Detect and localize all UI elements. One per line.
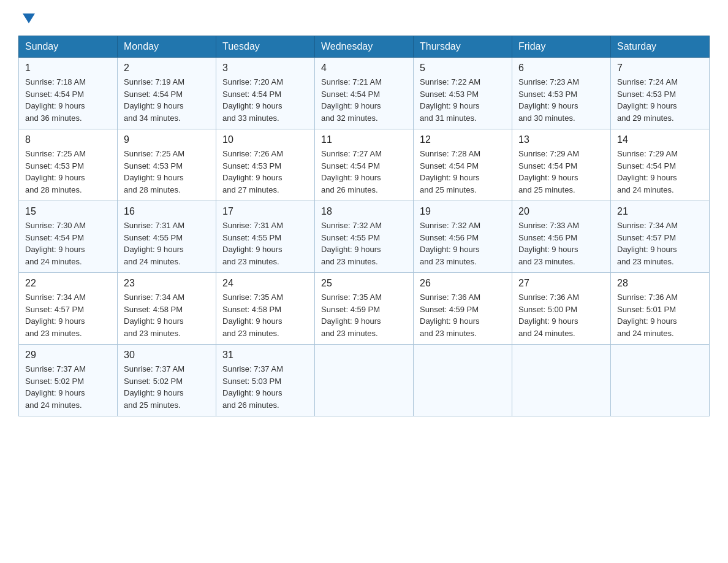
weekday-header-wednesday: Wednesday: [315, 36, 414, 58]
day-number: 2: [124, 63, 210, 74]
day-info: Sunrise: 7:33 AM Sunset: 4:56 PM Dayligh…: [518, 220, 604, 267]
day-info: Sunrise: 7:29 AM Sunset: 4:54 PM Dayligh…: [518, 148, 604, 196]
day-info: Sunrise: 7:28 AM Sunset: 4:54 PM Dayligh…: [420, 148, 506, 196]
calendar-day-cell: 23 Sunrise: 7:34 AM Sunset: 4:58 PM Dayl…: [118, 273, 216, 345]
calendar-day-cell: [315, 345, 414, 416]
day-number: 27: [518, 278, 604, 289]
day-info: Sunrise: 7:37 AM Sunset: 5:02 PM Dayligh…: [25, 363, 111, 411]
day-number: 9: [124, 134, 210, 145]
calendar-day-cell: 5 Sunrise: 7:22 AM Sunset: 4:53 PM Dayli…: [414, 58, 512, 129]
day-info: Sunrise: 7:36 AM Sunset: 5:01 PM Dayligh…: [617, 291, 703, 339]
calendar-day-cell: 27 Sunrise: 7:36 AM Sunset: 5:00 PM Dayl…: [512, 273, 611, 345]
calendar-day-cell: 25 Sunrise: 7:35 AM Sunset: 4:59 PM Dayl…: [315, 273, 414, 345]
day-info: Sunrise: 7:21 AM Sunset: 4:54 PM Dayligh…: [321, 76, 407, 124]
day-info: Sunrise: 7:37 AM Sunset: 5:03 PM Dayligh…: [222, 363, 308, 411]
day-number: 31: [222, 350, 308, 361]
calendar-day-cell: 30 Sunrise: 7:37 AM Sunset: 5:02 PM Dayl…: [118, 345, 216, 416]
day-info: Sunrise: 7:35 AM Sunset: 4:58 PM Dayligh…: [222, 291, 308, 339]
weekday-header-friday: Friday: [512, 36, 611, 58]
calendar-day-cell: 1 Sunrise: 7:18 AM Sunset: 4:54 PM Dayli…: [19, 58, 118, 129]
day-info: Sunrise: 7:34 AM Sunset: 4:57 PM Dayligh…: [25, 291, 111, 339]
calendar-day-cell: 11 Sunrise: 7:27 AM Sunset: 4:54 PM Dayl…: [315, 129, 414, 201]
day-info: Sunrise: 7:31 AM Sunset: 4:55 PM Dayligh…: [222, 220, 308, 267]
calendar-day-cell: 28 Sunrise: 7:36 AM Sunset: 5:01 PM Dayl…: [611, 273, 710, 345]
day-info: Sunrise: 7:36 AM Sunset: 4:59 PM Dayligh…: [420, 291, 506, 339]
calendar-day-cell: [611, 345, 710, 416]
calendar-day-cell: 15 Sunrise: 7:30 AM Sunset: 4:54 PM Dayl…: [19, 201, 118, 273]
day-info: Sunrise: 7:37 AM Sunset: 5:02 PM Dayligh…: [124, 363, 210, 411]
day-info: Sunrise: 7:24 AM Sunset: 4:53 PM Dayligh…: [617, 76, 703, 124]
calendar-day-cell: 17 Sunrise: 7:31 AM Sunset: 4:55 PM Dayl…: [216, 201, 315, 273]
calendar-week-row: 8 Sunrise: 7:25 AM Sunset: 4:53 PM Dayli…: [19, 129, 710, 201]
calendar-day-cell: 2 Sunrise: 7:19 AM Sunset: 4:54 PM Dayli…: [118, 58, 216, 129]
logo: [18, 12, 37, 26]
day-info: Sunrise: 7:26 AM Sunset: 4:53 PM Dayligh…: [222, 148, 308, 196]
day-info: Sunrise: 7:23 AM Sunset: 4:53 PM Dayligh…: [518, 76, 604, 124]
day-number: 15: [25, 206, 111, 217]
calendar-header-row: SundayMondayTuesdayWednesdayThursdayFrid…: [19, 36, 710, 58]
day-info: Sunrise: 7:27 AM Sunset: 4:54 PM Dayligh…: [321, 148, 407, 196]
day-number: 22: [25, 278, 111, 289]
weekday-header-sunday: Sunday: [19, 36, 118, 58]
day-number: 23: [124, 278, 210, 289]
day-number: 28: [617, 278, 703, 289]
calendar-day-cell: 20 Sunrise: 7:33 AM Sunset: 4:56 PM Dayl…: [512, 201, 611, 273]
day-number: 16: [124, 206, 210, 217]
day-number: 24: [222, 278, 308, 289]
calendar-table: SundayMondayTuesdayWednesdayThursdayFrid…: [18, 36, 710, 416]
day-number: 12: [420, 134, 506, 145]
calendar-day-cell: 18 Sunrise: 7:32 AM Sunset: 4:55 PM Dayl…: [315, 201, 414, 273]
day-number: 20: [518, 206, 604, 217]
calendar-day-cell: 8 Sunrise: 7:25 AM Sunset: 4:53 PM Dayli…: [19, 129, 118, 201]
calendar-week-row: 22 Sunrise: 7:34 AM Sunset: 4:57 PM Dayl…: [19, 273, 710, 345]
weekday-header-saturday: Saturday: [611, 36, 710, 58]
logo-arrow-icon: [20, 10, 37, 29]
day-number: 10: [222, 134, 308, 145]
calendar-day-cell: 12 Sunrise: 7:28 AM Sunset: 4:54 PM Dayl…: [414, 129, 512, 201]
calendar-day-cell: 10 Sunrise: 7:26 AM Sunset: 4:53 PM Dayl…: [216, 129, 315, 201]
day-number: 29: [25, 350, 111, 361]
calendar-day-cell: 9 Sunrise: 7:25 AM Sunset: 4:53 PM Dayli…: [118, 129, 216, 201]
svg-marker-0: [23, 13, 35, 23]
day-number: 21: [617, 206, 703, 217]
day-info: Sunrise: 7:35 AM Sunset: 4:59 PM Dayligh…: [321, 291, 407, 339]
day-info: Sunrise: 7:34 AM Sunset: 4:58 PM Dayligh…: [124, 291, 210, 339]
calendar-day-cell: 21 Sunrise: 7:34 AM Sunset: 4:57 PM Dayl…: [611, 201, 710, 273]
calendar-week-row: 29 Sunrise: 7:37 AM Sunset: 5:02 PM Dayl…: [19, 345, 710, 416]
day-number: 18: [321, 206, 407, 217]
weekday-header-monday: Monday: [118, 36, 216, 58]
day-number: 17: [222, 206, 308, 217]
calendar-week-row: 15 Sunrise: 7:30 AM Sunset: 4:54 PM Dayl…: [19, 201, 710, 273]
day-info: Sunrise: 7:19 AM Sunset: 4:54 PM Dayligh…: [124, 76, 210, 124]
calendar-day-cell: 3 Sunrise: 7:20 AM Sunset: 4:54 PM Dayli…: [216, 58, 315, 129]
day-info: Sunrise: 7:20 AM Sunset: 4:54 PM Dayligh…: [222, 76, 308, 124]
day-number: 30: [124, 350, 210, 361]
day-info: Sunrise: 7:34 AM Sunset: 4:57 PM Dayligh…: [617, 220, 703, 267]
calendar-day-cell: 26 Sunrise: 7:36 AM Sunset: 4:59 PM Dayl…: [414, 273, 512, 345]
day-info: Sunrise: 7:30 AM Sunset: 4:54 PM Dayligh…: [25, 220, 111, 267]
day-number: 8: [25, 134, 111, 145]
day-number: 26: [420, 278, 506, 289]
day-info: Sunrise: 7:18 AM Sunset: 4:54 PM Dayligh…: [25, 76, 111, 124]
day-info: Sunrise: 7:31 AM Sunset: 4:55 PM Dayligh…: [124, 220, 210, 267]
day-number: 4: [321, 63, 407, 74]
day-info: Sunrise: 7:22 AM Sunset: 4:53 PM Dayligh…: [420, 76, 506, 124]
calendar-day-cell: 4 Sunrise: 7:21 AM Sunset: 4:54 PM Dayli…: [315, 58, 414, 129]
calendar-day-cell: 14 Sunrise: 7:29 AM Sunset: 4:54 PM Dayl…: [611, 129, 710, 201]
calendar-day-cell: 19 Sunrise: 7:32 AM Sunset: 4:56 PM Dayl…: [414, 201, 512, 273]
day-number: 5: [420, 63, 506, 74]
calendar-day-cell: [414, 345, 512, 416]
day-number: 6: [518, 63, 604, 74]
day-info: Sunrise: 7:32 AM Sunset: 4:56 PM Dayligh…: [420, 220, 506, 267]
calendar-day-cell: 24 Sunrise: 7:35 AM Sunset: 4:58 PM Dayl…: [216, 273, 315, 345]
calendar-day-cell: 22 Sunrise: 7:34 AM Sunset: 4:57 PM Dayl…: [19, 273, 118, 345]
day-info: Sunrise: 7:25 AM Sunset: 4:53 PM Dayligh…: [25, 148, 111, 196]
day-number: 11: [321, 134, 407, 145]
day-number: 14: [617, 134, 703, 145]
day-number: 7: [617, 63, 703, 74]
weekday-header-thursday: Thursday: [414, 36, 512, 58]
day-number: 19: [420, 206, 506, 217]
calendar-day-cell: 7 Sunrise: 7:24 AM Sunset: 4:53 PM Dayli…: [611, 58, 710, 129]
day-info: Sunrise: 7:32 AM Sunset: 4:55 PM Dayligh…: [321, 220, 407, 267]
page-header: [18, 12, 710, 26]
